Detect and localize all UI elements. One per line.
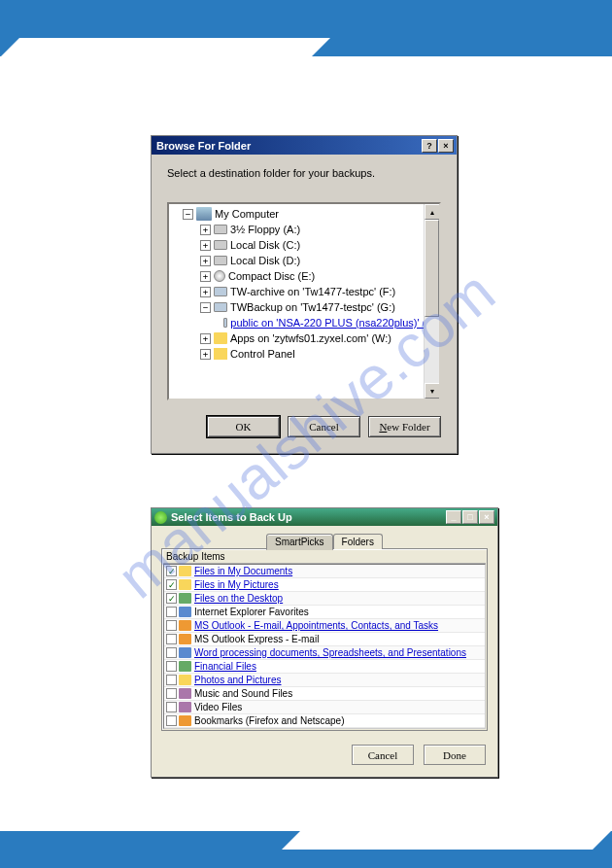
tree-label: public on 'NSA-220 PLUS (nsa220plus)' (V… xyxy=(230,317,439,329)
checkbox[interactable] xyxy=(166,579,177,590)
category-icon xyxy=(179,566,191,576)
tree-label: TWBackup on 'Tw1477-testpc' (G:) xyxy=(230,301,395,313)
tree-row[interactable]: +TW-archive on 'Tw1477-testpc' (F:) xyxy=(173,284,439,299)
dialog-titlebar[interactable]: Browse For Folder ? × xyxy=(152,136,457,155)
item-label: Music and Sound Files xyxy=(194,688,292,699)
list-item[interactable]: Files in My Pictures xyxy=(164,578,485,592)
checkbox[interactable] xyxy=(166,647,177,658)
scroll-down-icon[interactable]: ▾ xyxy=(425,383,440,399)
dialog-titlebar[interactable]: Select Items to Back Up _ □ × xyxy=(152,508,497,526)
dialog-title: Select Items to Back Up xyxy=(171,511,445,523)
group-header: Backup Items xyxy=(163,550,486,564)
new-folder-button[interactable]: New Folder xyxy=(368,416,441,437)
close-button[interactable]: × xyxy=(438,139,454,153)
checkbox[interactable] xyxy=(166,634,177,644)
list-item[interactable]: Financial Files xyxy=(164,660,485,674)
netdrive-icon xyxy=(214,287,227,296)
cancel-button[interactable]: Cancel xyxy=(352,745,414,765)
list-item[interactable]: MS Outlook Express - E-mail xyxy=(164,633,485,646)
item-label: Video Files xyxy=(194,702,242,712)
scroll-up-icon[interactable]: ▴ xyxy=(425,204,440,220)
top-banner xyxy=(0,0,612,56)
item-label: Photos and Pictures xyxy=(194,675,282,685)
tree-row[interactable]: − My Computer xyxy=(173,206,439,222)
maximize-button[interactable]: □ xyxy=(462,510,478,524)
disk-icon xyxy=(214,256,227,265)
help-button[interactable]: ? xyxy=(422,139,437,153)
list-item[interactable]: Word processing documents, Spreadsheets,… xyxy=(164,646,485,660)
checkbox[interactable] xyxy=(166,715,177,726)
tree-label: Compact Disc (E:) xyxy=(228,270,315,282)
checkbox[interactable] xyxy=(166,593,177,604)
tree-label: 3½ Floppy (A:) xyxy=(230,224,300,235)
expand-icon[interactable]: + xyxy=(200,225,211,235)
checkbox[interactable] xyxy=(166,566,177,576)
checkbox[interactable] xyxy=(166,702,177,712)
scrollbar[interactable]: ▴ ▾ xyxy=(424,204,439,399)
netdrive-icon xyxy=(214,302,227,312)
category-icon xyxy=(179,661,191,672)
list-item[interactable]: Bookmarks (Firefox and Netscape) xyxy=(164,714,485,728)
category-icon xyxy=(179,620,191,631)
ok-button[interactable]: OK xyxy=(207,416,280,437)
minimize-button[interactable]: _ xyxy=(446,510,461,524)
instruction-text: Select a destination folder for your bac… xyxy=(167,167,441,179)
item-label: Internet Explorer Favorites xyxy=(194,607,309,617)
tree-row[interactable]: public on 'NSA-220 PLUS (nsa220plus)' (V… xyxy=(173,315,439,330)
tree-row[interactable]: +Control Panel xyxy=(173,346,439,362)
tree-label: Local Disk (C:) xyxy=(230,239,300,251)
tree-label: Local Disk (D:) xyxy=(230,255,300,266)
list-item[interactable]: MS Outlook - E-mail, Appointments, Conta… xyxy=(164,619,485,633)
expand-icon[interactable]: + xyxy=(200,349,211,360)
list-item[interactable]: Files in My Documents xyxy=(164,565,485,578)
items-list[interactable]: Files in My DocumentsFiles in My Picture… xyxy=(163,564,486,729)
checkbox[interactable] xyxy=(166,688,177,699)
disk-icon xyxy=(214,240,227,250)
tree-row[interactable]: +Apps on 'zytwfs01.zyxel.com' (W:) xyxy=(173,330,439,346)
expand-icon[interactable]: + xyxy=(200,271,211,282)
apps-icon xyxy=(214,332,227,344)
backup-items-group: Backup Items Files in My DocumentsFiles … xyxy=(161,548,488,731)
bottom-banner xyxy=(0,831,612,868)
category-icon xyxy=(179,647,191,658)
cd-icon xyxy=(214,270,225,282)
list-item[interactable]: Music and Sound Files xyxy=(164,687,485,701)
folder-tree[interactable]: − My Computer +3½ Floppy (A:)+Local Disk… xyxy=(167,202,441,400)
item-label: Financial Files xyxy=(194,661,256,672)
category-icon xyxy=(179,715,191,726)
tab-smartpicks[interactable]: SmartPicks xyxy=(266,534,333,550)
checkbox[interactable] xyxy=(166,661,177,672)
expand-icon[interactable]: − xyxy=(200,302,211,313)
app-icon xyxy=(154,511,167,524)
scroll-thumb[interactable] xyxy=(425,220,439,317)
item-label: MS Outlook Express - E-mail xyxy=(194,634,319,644)
tab-folders[interactable]: Folders xyxy=(333,534,383,549)
category-icon xyxy=(179,688,191,699)
expand-icon[interactable]: + xyxy=(200,240,211,251)
computer-icon xyxy=(196,207,212,221)
tree-row[interactable]: +Local Disk (D:) xyxy=(173,253,439,268)
collapse-icon[interactable]: − xyxy=(183,209,193,220)
item-label: Bookmarks (Firefox and Netscape) xyxy=(194,715,345,726)
list-item[interactable]: Files on the Desktop xyxy=(164,592,485,606)
list-item[interactable]: Internet Explorer Favorites xyxy=(164,606,485,619)
tree-row[interactable]: +Local Disk (C:) xyxy=(173,237,439,253)
tree-row[interactable]: −TWBackup on 'Tw1477-testpc' (G:) xyxy=(173,299,439,315)
list-item[interactable]: Video Files xyxy=(164,701,485,714)
category-icon xyxy=(179,634,191,644)
checkbox[interactable] xyxy=(166,607,177,617)
expand-icon[interactable]: + xyxy=(200,256,211,266)
list-item[interactable]: Photos and Pictures xyxy=(164,674,485,687)
tree-row[interactable]: +Compact Disc (E:) xyxy=(173,268,439,284)
close-button[interactable]: × xyxy=(479,510,494,524)
cancel-button[interactable]: Cancel xyxy=(288,416,360,437)
expand-icon[interactable]: + xyxy=(200,333,211,344)
tree-row[interactable]: +3½ Floppy (A:) xyxy=(173,222,439,237)
checkbox[interactable] xyxy=(166,675,177,685)
category-icon xyxy=(179,593,191,604)
checkbox[interactable] xyxy=(166,620,177,631)
expand-icon[interactable]: + xyxy=(200,287,211,297)
item-label: Files in My Pictures xyxy=(194,579,279,590)
done-button[interactable]: Done xyxy=(424,745,486,765)
item-label: Files in My Documents xyxy=(194,566,292,576)
